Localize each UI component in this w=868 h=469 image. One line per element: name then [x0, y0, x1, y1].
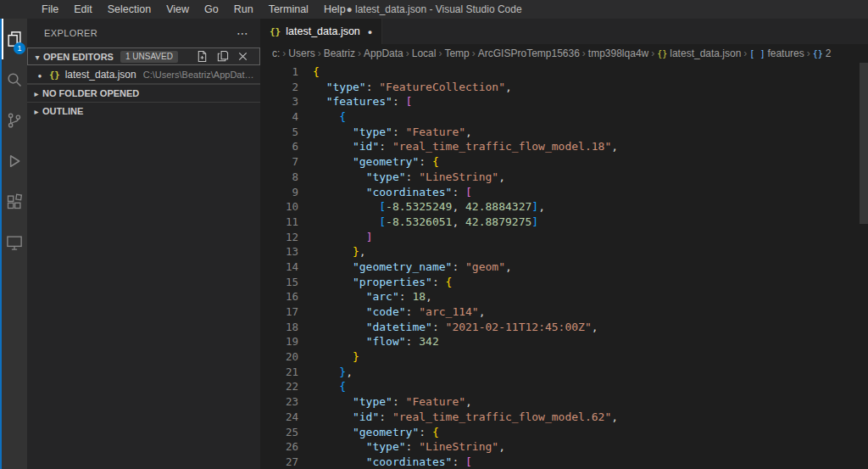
breadcrumb-item[interactable]: ArcGISProTemp15636 — [478, 47, 580, 59]
remote-explorer-icon — [6, 234, 23, 251]
code-line[interactable]: 22 { — [260, 379, 868, 394]
outline-section-header[interactable]: OUTLINE — [27, 102, 260, 120]
code-line[interactable]: 7 "geometry": { — [260, 154, 868, 170]
menu-item-edit[interactable]: Edit — [66, 0, 100, 19]
line-number: 7 — [260, 154, 298, 170]
code-line[interactable]: 25 "geometry": { — [260, 425, 868, 440]
line-number: 2 — [260, 80, 298, 95]
menu-item-go[interactable]: Go — [197, 0, 226, 19]
code-line[interactable]: 26 "type": "LineString", — [260, 439, 868, 455]
outline-label: OUTLINE — [42, 106, 83, 116]
code-line[interactable]: 10 [-8.5325249, 42.8884327], — [260, 199, 868, 215]
code-line[interactable]: 11 [-8.5326051, 42.8879275] — [260, 215, 868, 230]
editor-scrollbar[interactable] — [860, 63, 868, 469]
line-number: 5 — [260, 125, 298, 140]
code-line-content: "type": "FeatureCollection", — [298, 80, 512, 95]
line-number: 11 — [260, 215, 298, 230]
code-line[interactable]: 27 "coordinates": [ — [260, 455, 868, 469]
no-folder-label: NO FOLDER OPENED — [42, 88, 139, 98]
breadcrumb-item[interactable]: Beatriz — [324, 47, 355, 59]
code-line[interactable]: 17 "code": "arc_114", — [260, 304, 868, 320]
code-line[interactable]: 19 "flow": 342 — [260, 334, 868, 349]
code-line[interactable]: 6 "id": "real_time_traffic_flow_model.18… — [260, 139, 868, 154]
breadcrumb-item[interactable]: c: — [272, 47, 280, 59]
code-line-content: "properties": { — [298, 275, 452, 290]
breadcrumb-item[interactable]: {}latest_data.json — [657, 47, 741, 59]
code-line[interactable]: 23 "type": "Feature", — [260, 394, 868, 410]
activity-extensions[interactable] — [2, 181, 27, 222]
breadcrumb-item[interactable]: Local — [412, 47, 437, 59]
breadcrumb-item[interactable]: AppData — [364, 47, 403, 59]
activity-search[interactable] — [2, 59, 27, 100]
code-line[interactable]: 1{ — [260, 64, 868, 80]
code-line[interactable]: 14 "geometry_name": "geom", — [260, 260, 868, 275]
code-line[interactable]: 3 "features": [ — [260, 94, 868, 109]
chevron-down-icon — [31, 52, 43, 62]
code-line[interactable]: 18 "datetime": "2021-02-11T12:45:00Z", — [260, 320, 868, 335]
tab-latest-data-json[interactable]: {} latest_data.json — [260, 19, 382, 44]
menu-item-terminal[interactable]: Terminal — [261, 0, 316, 19]
line-number: 12 — [260, 230, 298, 245]
json-file-icon: {} — [270, 26, 281, 37]
more-actions-icon[interactable] — [236, 29, 248, 37]
breadcrumb-item[interactable]: {}2 — [813, 47, 832, 59]
activity-explorer[interactable]: 1 — [2, 19, 27, 59]
new-file-icon[interactable] — [196, 50, 209, 63]
menu-item-selection[interactable]: Selection — [100, 0, 159, 19]
code-line[interactable]: 8 "type": "LineString", — [260, 170, 868, 185]
line-number: 17 — [260, 304, 298, 320]
breadcrumb-label: Users — [288, 47, 314, 59]
no-folder-section-header[interactable]: NO FOLDER OPENED — [27, 84, 260, 102]
code-line[interactable]: 2 "type": "FeatureCollection", — [260, 80, 868, 95]
menu-item-file[interactable]: File — [34, 0, 66, 19]
line-number: 13 — [260, 244, 298, 260]
menu-item-run[interactable]: Run — [226, 0, 261, 19]
code-line[interactable]: 5 "type": "Feature", — [260, 125, 868, 140]
code-line[interactable]: 12 ] — [260, 230, 868, 245]
modified-dot-icon[interactable] — [368, 25, 372, 37]
breadcrumb-item[interactable]: tmp398lqa4w — [588, 47, 648, 59]
code-line-content: [-8.5326051, 42.8879275] — [298, 215, 538, 230]
scrollbar-thumb[interactable] — [860, 63, 868, 224]
breadcrumb-item[interactable]: [ ]features — [749, 47, 804, 59]
chevron-right-icon: › — [282, 47, 286, 59]
open-editor-filepath: C:\Users\Beatriz\AppData... — [143, 70, 260, 80]
line-number: 25 — [260, 425, 298, 440]
code-line[interactable]: 15 "properties": { — [260, 275, 868, 290]
close-all-editors-icon[interactable] — [236, 50, 249, 63]
save-all-icon[interactable] — [216, 50, 229, 63]
line-number: 8 — [260, 170, 298, 185]
chevron-right-icon: › — [318, 47, 321, 59]
workbench: 1 — [0, 19, 868, 469]
code-line[interactable]: 16 "arc": 18, — [260, 289, 868, 304]
code-line[interactable]: 21 }, — [260, 365, 868, 380]
explorer-badge: 1 — [14, 42, 25, 54]
line-number: 20 — [260, 349, 298, 365]
code-line-content: "features": [ — [298, 94, 412, 109]
line-number: 23 — [260, 394, 298, 410]
open-editor-item[interactable]: {} latest_data.json C:\Users\Beatriz\App… — [27, 65, 260, 84]
tab-bar: {} latest_data.json — [260, 19, 868, 44]
breadcrumb-item[interactable]: Users — [288, 47, 314, 59]
line-number: 18 — [260, 320, 298, 335]
code-line[interactable]: 9 "coordinates": [ — [260, 185, 868, 200]
line-number: 9 — [260, 185, 298, 200]
activity-source-control[interactable] — [2, 100, 27, 141]
activity-remote-explorer[interactable] — [2, 222, 27, 263]
breadcrumb-item[interactable]: Temp — [444, 47, 469, 59]
sidebar-header: EXPLORER — [27, 19, 260, 47]
code-line[interactable]: 24 "id": "real_time_traffic_flow_model.6… — [260, 410, 868, 425]
line-number: 4 — [260, 109, 298, 125]
code-line[interactable]: 20 } — [260, 349, 868, 365]
code-line[interactable]: 4 { — [260, 109, 868, 125]
open-editors-section-header[interactable]: OPEN EDITORS 1 UNSAVED — [27, 47, 260, 65]
menu-item-view[interactable]: View — [159, 0, 197, 19]
vscode-window: FileEditSelectionViewGoRunTerminalHelp ●… — [0, 0, 868, 469]
code-line[interactable]: 13 }, — [260, 244, 868, 260]
breadcrumb-label: AppData — [364, 47, 403, 59]
open-editors-toolbar — [196, 50, 256, 63]
code-area[interactable]: 1{2 "type": "FeatureCollection",3 "featu… — [260, 63, 868, 469]
activity-run-debug[interactable] — [2, 141, 27, 181]
breadcrumb-label: Local — [412, 47, 437, 59]
breadcrumb-label: Temp — [444, 47, 469, 59]
